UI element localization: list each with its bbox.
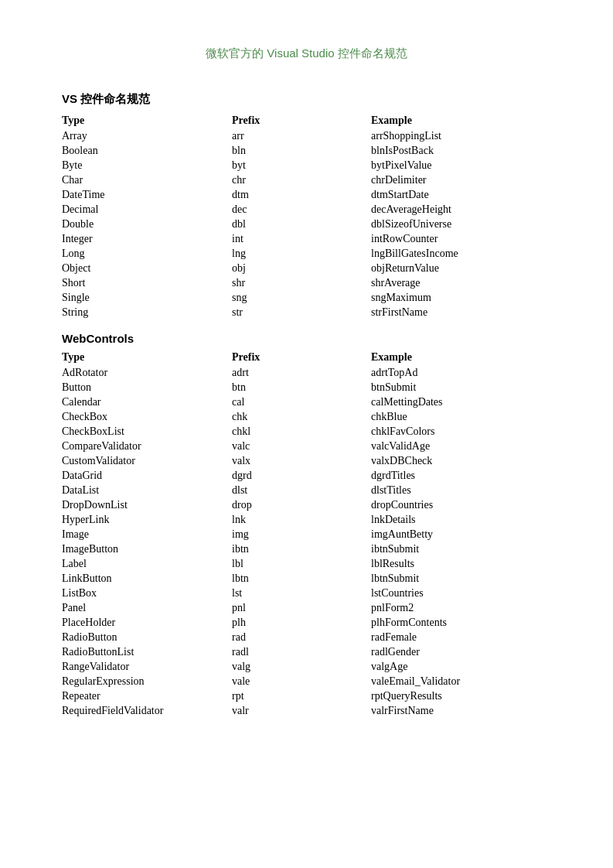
table-cell: blnIsPostBack (371, 143, 551, 158)
table-row: BytebytbytPixelValue (62, 158, 551, 173)
table-row: DateTimedtmdtmStartDate (62, 187, 551, 202)
table-row: CharchrchrDelimiter (62, 173, 551, 187)
table-cell: lngBillGatesIncome (371, 246, 551, 261)
table-cell: shr (232, 275, 371, 290)
table-cell: adrtTopAd (371, 365, 551, 380)
table-cell: Object (62, 261, 232, 275)
table-row: PlaceHolderplhplhFormContents (62, 615, 551, 630)
table-row: RangeValidatorvalgvalgAge (62, 659, 551, 674)
vs-section: VS 控件命名规范 Type Prefix Example Arrayarrar… (62, 92, 551, 320)
table-cell: RadioButtonList (62, 644, 232, 659)
table-cell: dlst (232, 483, 371, 497)
wc-col-prefix: Prefix (232, 350, 371, 365)
table-row: HyperLinklnklnkDetails (62, 512, 551, 527)
table-row: PanelpnlpnlForm2 (62, 600, 551, 615)
table-row: DropDownListdropdropCountries (62, 497, 551, 512)
table-cell: lnk (232, 512, 371, 527)
table-cell: lbtnSubmit (371, 571, 551, 586)
table-cell: lblResults (371, 556, 551, 571)
table-cell: dtm (232, 187, 371, 202)
table-cell: lstCountries (371, 586, 551, 600)
table-cell: strFirstName (371, 305, 551, 320)
table-cell: chrDelimiter (371, 173, 551, 187)
table-row: ImageimgimgAuntBetty (62, 527, 551, 542)
vs-col-prefix: Prefix (232, 113, 371, 128)
table-row: StringstrstrFirstName (62, 305, 551, 320)
table-cell: ibtn (232, 542, 371, 556)
table-cell: ListBox (62, 586, 232, 600)
table-cell: CustomValidator (62, 453, 232, 468)
table-cell: plh (232, 615, 371, 630)
table-cell: Label (62, 556, 232, 571)
table-row: RadioButtonListradlradlGender (62, 644, 551, 659)
table-cell: valeEmail_Validator (371, 674, 551, 689)
page-title: 微软官方的 Visual Studio 控件命名规范 (62, 46, 551, 61)
table-cell: pnlForm2 (371, 600, 551, 615)
table-row: ImageButtonibtnibtnSubmit (62, 542, 551, 556)
table-cell: adrt (232, 365, 371, 380)
table-cell: valr (232, 703, 371, 718)
webcontrols-heading: WebControls (62, 332, 551, 345)
webcontrols-section: WebControls Type Prefix Example AdRotato… (62, 332, 551, 718)
table-cell: dbl (232, 217, 371, 231)
table-cell: bln (232, 143, 371, 158)
table-cell: Repeater (62, 689, 232, 703)
table-cell: DropDownList (62, 497, 232, 512)
table-row: CustomValidatorvalxvalxDBCheck (62, 453, 551, 468)
table-cell: radFemale (371, 630, 551, 644)
table-cell: Long (62, 246, 232, 261)
table-cell: rptQueryResults (371, 689, 551, 703)
table-cell: chr (232, 173, 371, 187)
table-cell: Panel (62, 600, 232, 615)
table-cell: DataList (62, 483, 232, 497)
table-cell: dblSizeofUniverse (371, 217, 551, 231)
table-cell: decAverageHeight (371, 202, 551, 217)
table-row: LabellbllblResults (62, 556, 551, 571)
table-cell: valc (232, 439, 371, 453)
table-cell: calMettingDates (371, 395, 551, 409)
table-row: BooleanblnblnIsPostBack (62, 143, 551, 158)
table-row: DecimaldecdecAverageHeight (62, 202, 551, 217)
table-row: LonglnglngBillGatesIncome (62, 246, 551, 261)
table-cell: lbl (232, 556, 371, 571)
table-cell: lst (232, 586, 371, 600)
table-cell: drop (232, 497, 371, 512)
table-row: RegularExpressionvalevaleEmail_Validator (62, 674, 551, 689)
table-row: CheckBoxchkchkBlue (62, 409, 551, 424)
table-cell: arrShoppingList (371, 128, 551, 143)
table-row: AdRotatoradrtadrtTopAd (62, 365, 551, 380)
table-cell: btn (232, 380, 371, 395)
table-cell: String (62, 305, 232, 320)
table-cell: LinkButton (62, 571, 232, 586)
table-cell: Single (62, 290, 232, 305)
table-row: LinkButtonlbtnlbtnSubmit (62, 571, 551, 586)
table-cell: pnl (232, 600, 371, 615)
table-cell: DateTime (62, 187, 232, 202)
table-cell: Integer (62, 231, 232, 246)
table-cell: ibtnSubmit (371, 542, 551, 556)
table-row: ArrayarrarrShoppingList (62, 128, 551, 143)
table-row: SinglesngsngMaximum (62, 290, 551, 305)
table-cell: Byte (62, 158, 232, 173)
table-cell: sng (232, 290, 371, 305)
table-cell: Decimal (62, 202, 232, 217)
table-row: DataListdlstdlstTitles (62, 483, 551, 497)
table-cell: Array (62, 128, 232, 143)
table-row: RepeaterrptrptQueryResults (62, 689, 551, 703)
vs-col-example: Example (371, 113, 551, 128)
table-row: ObjectobjobjReturnValue (62, 261, 551, 275)
vs-table: Type Prefix Example ArrayarrarrShoppingL… (62, 113, 551, 320)
table-cell: rpt (232, 689, 371, 703)
table-cell: CheckBox (62, 409, 232, 424)
table-cell: chkl (232, 424, 371, 439)
table-cell: chklFavColors (371, 424, 551, 439)
wc-col-type: Type (62, 350, 232, 365)
table-cell: dgrdTitles (371, 468, 551, 483)
table-cell: Button (62, 380, 232, 395)
table-cell: CompareValidator (62, 439, 232, 453)
table-row: CheckBoxListchklchklFavColors (62, 424, 551, 439)
table-cell: AdRotator (62, 365, 232, 380)
table-cell: chkBlue (371, 409, 551, 424)
table-cell: valg (232, 659, 371, 674)
table-cell: PlaceHolder (62, 615, 232, 630)
